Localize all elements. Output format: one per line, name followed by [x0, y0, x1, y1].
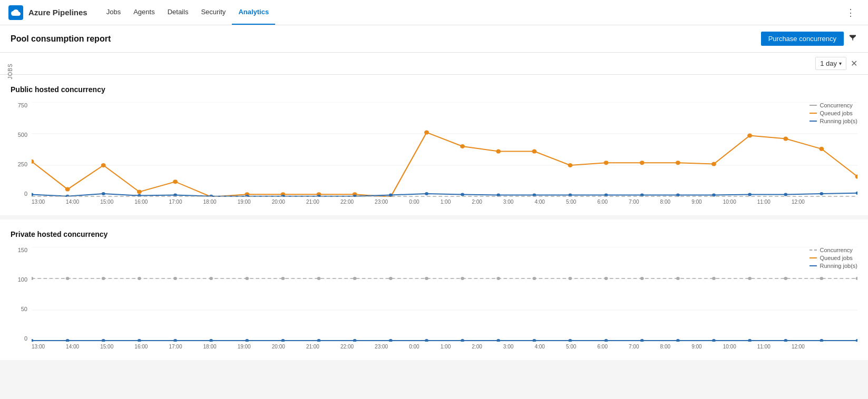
queued-label: Queued jobs: [820, 110, 852, 116]
svg-point-66: [317, 277, 321, 280]
nav-item-agents[interactable]: Agents: [127, 0, 161, 25]
y-tick-500: 500: [18, 132, 27, 138]
svg-point-93: [425, 339, 428, 342]
svg-point-6: [101, 163, 106, 167]
filter-icon: [848, 33, 857, 42]
svg-point-61: [138, 277, 141, 280]
svg-point-49: [784, 193, 787, 196]
svg-point-22: [676, 161, 680, 165]
y-tick-0: 0: [24, 191, 27, 197]
purchase-concurrency-button[interactable]: Purchase concurrency: [761, 32, 844, 46]
svg-point-87: [209, 339, 213, 342]
private-legend-concurrency: Concurrency: [810, 247, 857, 253]
svg-point-101: [712, 339, 716, 342]
nav-item-analytics[interactable]: Analytics: [232, 0, 275, 25]
y-tick-0-priv: 0: [24, 335, 27, 342]
svg-point-82: [32, 339, 33, 342]
legend-running: Running job(s): [810, 118, 857, 124]
page-header: Pool consumption report Purchase concurr…: [0, 25, 868, 53]
svg-point-88: [245, 339, 249, 342]
svg-point-17: [496, 149, 501, 154]
svg-point-65: [281, 277, 285, 280]
svg-point-74: [604, 277, 608, 280]
nav-item-details[interactable]: Details: [161, 0, 195, 25]
svg-point-85: [138, 339, 141, 342]
private-queued-label: Queued jobs: [820, 255, 852, 261]
private-concurrency-label: Concurrency: [820, 247, 852, 253]
svg-point-75: [640, 277, 644, 280]
svg-point-26: [819, 147, 824, 151]
svg-point-98: [604, 339, 608, 342]
svg-point-80: [820, 277, 823, 280]
svg-point-28: [32, 193, 33, 196]
svg-point-25: [783, 137, 788, 141]
svg-point-91: [353, 339, 357, 342]
svg-point-20: [604, 161, 609, 165]
day-range-select[interactable]: 1 day ▾: [815, 57, 846, 70]
svg-point-7: [137, 189, 142, 194]
private-legend-running: Running job(s): [810, 263, 857, 269]
private-running-legend-line: [810, 265, 817, 266]
queued-legend-line: [810, 113, 817, 114]
svg-point-70: [461, 277, 464, 280]
svg-point-59: [66, 277, 70, 280]
svg-point-48: [748, 193, 752, 196]
svg-point-15: [424, 131, 429, 135]
svg-point-90: [317, 339, 321, 342]
svg-point-84: [102, 339, 105, 342]
svg-point-86: [173, 339, 177, 342]
nav-item-jobs[interactable]: Jobs: [100, 0, 127, 25]
svg-point-23: [711, 162, 716, 166]
header-actions: Purchase concurrency: [761, 32, 857, 46]
svg-point-30: [102, 192, 105, 195]
main-nav: Jobs Agents Details Security Analytics: [100, 0, 275, 25]
public-chart-title: Public hosted concurrency: [11, 85, 857, 94]
svg-point-94: [461, 339, 464, 342]
svg-point-5: [65, 187, 70, 192]
svg-point-92: [389, 339, 393, 342]
svg-point-97: [569, 339, 572, 342]
public-concurrency-section: Public hosted concurrency 750 500 250 0: [0, 75, 868, 215]
svg-point-39: [425, 192, 428, 195]
private-concurrency-section: Private hosted concurrency 150 100 50 0: [0, 220, 868, 360]
running-label: Running job(s): [820, 118, 857, 124]
public-chart-legend: Concurrency Queued jobs Running job(s): [810, 102, 857, 124]
svg-point-64: [245, 277, 249, 280]
nav-item-security[interactable]: Security: [194, 0, 232, 25]
svg-point-72: [532, 277, 536, 280]
private-chart-svg: [32, 247, 857, 342]
filter-button[interactable]: [848, 33, 857, 45]
svg-point-105: [856, 339, 857, 342]
concurrency-legend-line: [810, 105, 817, 106]
svg-point-60: [102, 277, 105, 280]
private-chart-legend: Concurrency Queued jobs Running job(s): [810, 247, 857, 269]
svg-point-89: [281, 339, 285, 342]
svg-point-18: [532, 149, 537, 154]
svg-point-83: [66, 339, 70, 342]
public-x-axis: 13:00 14:00 15:00 16:00 17:00 18:00 19:0…: [32, 197, 857, 205]
private-queued-legend-line: [810, 257, 817, 258]
page-title: Pool consumption report: [11, 34, 111, 44]
svg-point-77: [712, 277, 716, 280]
y-tick-250: 250: [18, 161, 27, 167]
svg-point-50: [820, 192, 823, 195]
filter-bar: 1 day ▾ ✕: [0, 53, 868, 75]
chevron-down-icon: ▾: [839, 61, 842, 66]
close-filter-button[interactable]: ✕: [851, 58, 857, 68]
svg-point-100: [676, 339, 680, 342]
app-logo: [8, 5, 23, 20]
private-chart-title: Private hosted concurrency: [11, 230, 857, 238]
svg-point-8: [173, 179, 178, 184]
more-options-button[interactable]: ⋮: [842, 5, 860, 21]
svg-point-58: [32, 277, 33, 280]
svg-point-71: [496, 277, 500, 280]
private-legend-queued: Queued jobs: [810, 255, 857, 261]
svg-point-62: [173, 277, 177, 280]
svg-point-99: [640, 339, 644, 342]
header-right: ⋮: [842, 5, 860, 21]
svg-point-40: [461, 193, 464, 196]
svg-point-21: [640, 161, 645, 165]
svg-point-102: [748, 339, 752, 342]
svg-point-96: [532, 339, 536, 342]
private-concurrency-legend-line: [810, 250, 817, 251]
